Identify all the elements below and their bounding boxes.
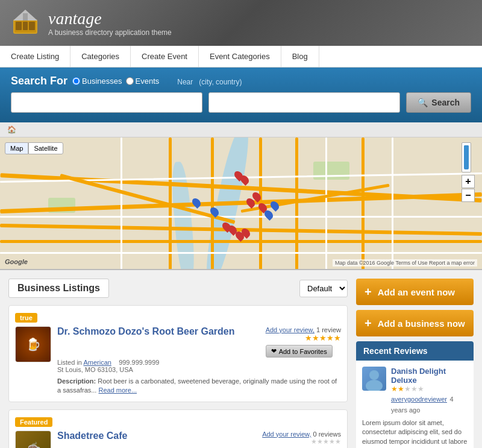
app-name: vantage	[48, 9, 172, 28]
stars-2: ★★★★★	[311, 438, 341, 445]
recent-reviews-title: Recent Reviews	[356, 341, 474, 361]
map-type-map[interactable]: Map	[5, 142, 28, 154]
businesses-radio-label[interactable]: Businesses	[72, 77, 122, 86]
main-nav: Create Listing Categories Create Event E…	[0, 46, 482, 68]
listing-meta-2: Add your review, 0 reviews ★★★★★ ❤ Add t…	[262, 431, 341, 448]
businesses-radio[interactable]	[72, 77, 80, 85]
events-radio[interactable]	[126, 77, 134, 85]
search-for-label: Search For	[11, 75, 67, 87]
reviewer-name[interactable]: averygoodreviewer	[391, 396, 447, 403]
home-icon: 🏠	[7, 125, 16, 134]
svg-point-8	[366, 380, 383, 391]
breadcrumb: 🏠	[0, 122, 482, 137]
map-controls: + −	[462, 142, 475, 202]
search-button[interactable]: 🔍 Search	[406, 92, 471, 113]
map-zoom-out[interactable]: −	[462, 189, 475, 202]
near-input[interactable]	[208, 92, 400, 113]
header: vantage A business directory application…	[0, 0, 482, 46]
map-type-buttons: Map Satellite	[5, 142, 63, 154]
sort-select[interactable]: Default Name Date Rating	[299, 280, 348, 297]
listing-info-1: Dr. Schmozo Dozo's Root Beer Garden Add …	[57, 326, 341, 396]
logo-text: vantage A business directory application…	[48, 9, 172, 37]
listings-column: Business Listings Default Name Date Rati…	[8, 279, 348, 448]
nav-categories[interactable]: Categories	[70, 46, 131, 67]
stars-1: ★★★★★	[305, 333, 341, 342]
heart-icon-1: ❤	[271, 347, 277, 355]
review-title: Danish Delight Deluxe	[391, 367, 468, 385]
google-logo: Google	[5, 258, 28, 265]
add-to-fav-1[interactable]: ❤ Add to Favorites	[266, 345, 333, 358]
tagline: A business directory application theme	[48, 28, 172, 37]
category-link-1[interactable]: American	[83, 359, 111, 366]
reviewer-avatar	[362, 367, 386, 391]
search-icon: 🔍	[418, 98, 428, 107]
add-business-button[interactable]: + Add a business now	[356, 310, 474, 336]
review-content: Danish Delight Deluxe ★★★★★ averygoodrev…	[356, 361, 474, 448]
nav-event-categories[interactable]: Event Categories	[199, 46, 281, 67]
review-count-2: 0 reviews	[313, 431, 341, 438]
search-input[interactable]	[11, 92, 202, 113]
review-count-1: 1 review	[316, 326, 341, 333]
listings-header: Business Listings Default Name Date Rati…	[8, 279, 348, 298]
nav-blog[interactable]: Blog	[281, 46, 319, 67]
logo-icon	[11, 7, 40, 39]
nav-create-listing[interactable]: Create Listing	[0, 46, 70, 67]
map-zoom-in[interactable]: +	[462, 175, 475, 188]
near-label: Near (city, country)	[177, 75, 242, 87]
map-footer: Map data ©2016 Google Terms of Use Repor…	[333, 259, 477, 267]
review-text: Lorem ipsum dolor sit amet, consectetur …	[362, 418, 468, 448]
listing-name-1[interactable]: Dr. Schmozo Dozo's Root Beer Garden	[57, 326, 235, 337]
plus-icon-business: +	[365, 317, 372, 329]
svg-point-7	[369, 370, 379, 380]
listing-meta-1: Add your review, 1 review ★★★★★ ❤ Add to…	[266, 326, 341, 358]
listing-card-2: Featured ☕ Shadetree Cafe Add your revie…	[8, 409, 348, 448]
events-radio-label[interactable]: Events	[126, 77, 160, 86]
map-bg: Map Satellite + − Map data ©2016 Google …	[0, 137, 482, 269]
listing-card-1: true 🍺 Dr. Schmozo Dozo's Root Beer Gard…	[8, 305, 348, 402]
plus-icon-event: +	[365, 286, 372, 298]
map-area: Map Satellite + − Map data ©2016 Google …	[0, 137, 482, 270]
svg-rect-6	[23, 13, 28, 21]
featured-badge-2: Featured	[15, 417, 52, 427]
listing-sub-1: Listed in American 999.999.9999 St Louis…	[57, 359, 341, 373]
svg-rect-4	[29, 22, 35, 30]
map-type-satellite[interactable]: Satellite	[28, 142, 63, 154]
recent-reviews: Recent Reviews Danish Delight Deluxe ★★★…	[356, 341, 474, 448]
svg-rect-2	[16, 22, 22, 30]
reviewer-info: Danish Delight Deluxe ★★★★★ averygoodrev…	[391, 367, 468, 415]
reviewer-stars: ★★★★★	[391, 385, 468, 393]
nav-create-event[interactable]: Create Event	[131, 46, 199, 67]
add-review-1[interactable]: Add your review,	[266, 326, 315, 333]
listings-title: Business Listings	[8, 279, 109, 298]
main-content: Business Listings Default Name Date Rati…	[0, 270, 482, 448]
listing-info-2: Shadetree Cafe Add your review, 0 review…	[57, 431, 341, 448]
read-more-1[interactable]: Read more...	[98, 386, 137, 394]
search-bar: Search For Businesses Events Near (city,…	[0, 68, 482, 122]
listing-thumb-1: 🍺	[15, 326, 51, 362]
featured-badge-1: true	[15, 313, 37, 323]
listing-thumb-2: ☕	[15, 431, 51, 448]
add-event-button[interactable]: + Add an event now	[356, 279, 474, 305]
sidebar: + Add an event now + Add a business now …	[356, 279, 474, 448]
listing-desc-1: Description: Root beer is a carbonated, …	[57, 377, 341, 396]
add-review-2[interactable]: Add your review,	[262, 431, 311, 438]
svg-rect-3	[23, 22, 28, 30]
listing-name-2[interactable]: Shadetree Cafe	[57, 431, 128, 441]
